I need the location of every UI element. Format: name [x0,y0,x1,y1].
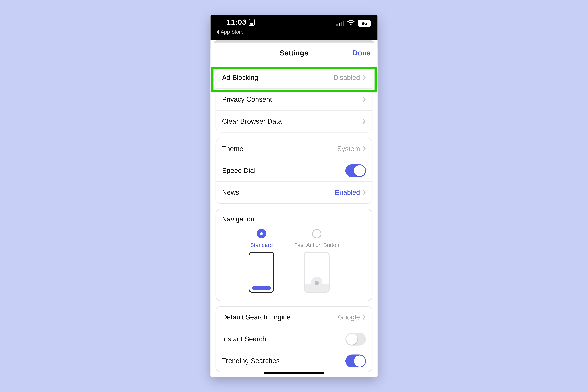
nav-preview-fab [304,252,330,293]
nav-option-label: Standard [250,242,273,248]
navigation-options: Standard Fast Action Button [222,229,366,293]
group-search: Default Search Engine Google Instant Sea… [216,306,372,372]
row-value: Enabled [335,189,360,196]
sim-card-icon [249,19,255,26]
done-button[interactable]: Done [352,49,371,58]
row-speed-dial[interactable]: Speed Dial [216,160,372,181]
trending-searches-toggle[interactable] [346,354,366,367]
row-label: Speed Dial [222,167,346,174]
status-time-text: 11:03 [227,18,246,27]
row-ad-blocking[interactable]: Ad Blocking Disabled [216,67,372,88]
radio-standard[interactable] [257,229,266,238]
row-value: Disabled [333,74,360,82]
chevron-right-icon [362,190,366,195]
sheet-navbar: Settings Done [210,42,378,64]
row-value: System [337,145,360,152]
row-label: Instant Search [222,335,346,343]
instant-search-toggle[interactable] [346,333,366,346]
page-title: Settings [280,49,308,58]
nav-option-standard[interactable]: Standard [249,229,274,293]
row-trending-searches[interactable]: Trending Searches [216,350,372,372]
chevron-right-icon [362,146,366,152]
back-to-app-label: App Store [221,29,244,35]
row-news[interactable]: News Enabled [216,181,372,203]
chevron-right-icon [362,75,366,80]
group-appearance: Theme System Speed Dial News Enabled [216,138,372,204]
row-clear-browser-data[interactable]: Clear Browser Data [216,110,372,132]
row-label: Clear Browser Data [222,118,362,125]
row-label: Trending Searches [222,357,346,365]
row-label: Theme [222,145,337,152]
row-theme[interactable]: Theme System [216,138,372,160]
settings-scroll[interactable]: Ad Blocking Disabled Privacy Consent C [210,64,378,377]
row-label: Default Search Engine [222,313,338,321]
chevron-right-icon [362,314,366,320]
settings-sheet: Settings Done Ad Blocking Disabled Priva… [210,42,378,377]
battery-indicator: 86 [358,20,371,27]
back-to-app[interactable]: App Store [216,29,244,35]
home-indicator[interactable] [264,372,324,374]
phone-frame: 11:03 App Store 86 Settings Done [210,15,378,377]
group-privacy: Ad Blocking Disabled Privacy Consent C [216,66,372,132]
wifi-icon [347,20,355,27]
row-privacy-consent[interactable]: Privacy Consent [216,88,372,110]
back-caret-icon [216,30,219,34]
navigation-header: Navigation [222,215,366,223]
status-time: 11:03 [227,18,254,27]
nav-preview-standard [249,252,274,293]
row-label: News [222,189,335,196]
row-default-search-engine[interactable]: Default Search Engine Google [216,306,372,328]
status-right: 86 [336,20,371,27]
chevron-right-icon [362,97,366,102]
group-navigation: Navigation Standard Fast Action Button [216,209,372,301]
status-bar: 11:03 App Store 86 [210,15,378,40]
row-value: Google [338,313,360,321]
row-instant-search[interactable]: Instant Search [216,328,372,350]
speed-dial-toggle[interactable] [346,164,366,177]
battery-level: 86 [358,20,371,27]
nav-option-fab[interactable]: Fast Action Button [294,229,339,293]
nav-option-label: Fast Action Button [294,242,339,248]
row-label: Ad Blocking [222,74,333,82]
cellular-icon [336,21,344,26]
radio-fab[interactable] [312,229,322,238]
chevron-right-icon [362,118,366,124]
row-label: Privacy Consent [222,96,362,103]
